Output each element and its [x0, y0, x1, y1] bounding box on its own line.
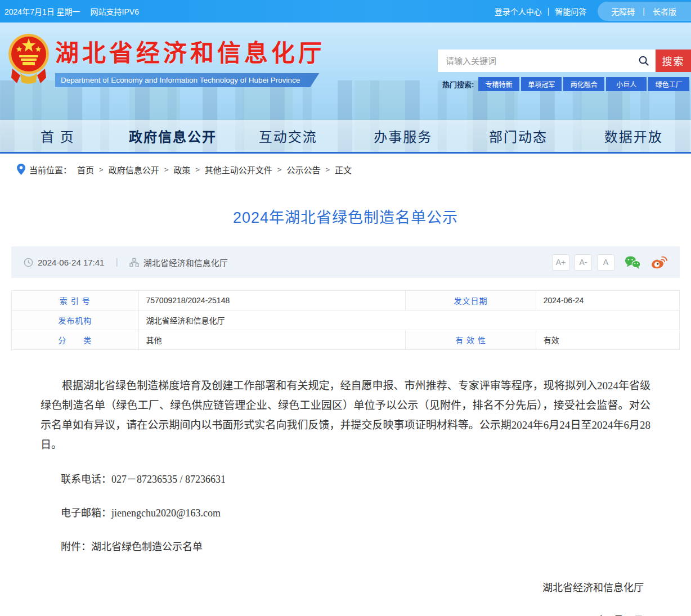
- table-row: 索 引 号 757009218/2024-25148 发文日期 2024-06-…: [12, 291, 680, 311]
- search-box: [438, 50, 656, 72]
- nav-item-services[interactable]: 办事服务: [346, 126, 461, 146]
- hot-word-lvsegongchang[interactable]: 绿色工厂: [648, 77, 689, 91]
- topbar-right: 登录个人中心 | 智能问答 无障碍 | 长者版: [495, 2, 691, 21]
- hot-word-danxiangguanjun[interactable]: 单项冠军: [521, 77, 562, 91]
- font-reset-button[interactable]: A: [597, 254, 614, 271]
- attachment-reference-line: 附件：湖北省绿色制造公示名单: [41, 538, 650, 556]
- font-increase-button[interactable]: A+: [552, 254, 569, 271]
- nav-item-home[interactable]: 首 页: [0, 126, 115, 146]
- signature-block: 湖北省经济和信息化厅 2024年6月24日: [41, 579, 650, 616]
- wechat-share-icon[interactable]: [624, 255, 641, 269]
- source-name: 湖北省经济和信息化厅: [143, 257, 228, 268]
- hot-search-label: 热门搜索:: [442, 79, 474, 89]
- crumb-separator: >: [325, 165, 330, 174]
- article-tools: A+ A- A: [552, 254, 667, 271]
- search-input[interactable]: [446, 56, 638, 66]
- issue-date-label: 发文日期: [406, 291, 536, 311]
- index-number-value: 757009218/2024-25148: [138, 291, 406, 311]
- meta-divider: |: [115, 257, 118, 268]
- crumb-separator: >: [195, 165, 200, 174]
- contact-phone-line: 联系电话：027－87236535 / 87236631: [41, 470, 650, 489]
- article-paragraph: 根据湖北省绿色制造梯度培育及创建工作部署和有关规定，经自愿申报、市州推荐、专家评…: [41, 376, 650, 455]
- main-nav: 首 页 政府信息公开 互动交流 办事服务 部门动态 数据开放: [0, 120, 691, 154]
- nav-item-department-news[interactable]: 部门动态: [461, 126, 576, 146]
- topbar: 2024年7月1日 星期一 网站支持IPV6 登录个人中心 | 智能问答 无障碍…: [0, 0, 691, 23]
- publisher-value: 湖北省经济和信息化厅: [138, 311, 679, 330]
- document-info-table: 索 引 号 757009218/2024-25148 发文日期 2024-06-…: [11, 290, 680, 350]
- font-decrease-button[interactable]: A-: [575, 254, 592, 271]
- search-button[interactable]: 搜索: [656, 50, 691, 72]
- hot-search-row: 热门搜索: 专精特新 单项冠军 两化融合 小巨人 绿色工厂: [438, 77, 691, 91]
- index-number-label: 索 引 号: [12, 291, 139, 311]
- crumb-home[interactable]: 首页: [77, 164, 94, 176]
- table-row: 分 类 其他 有 效 性 有效: [12, 330, 680, 350]
- source-org-icon: [129, 258, 139, 267]
- crumb-policy[interactable]: 政策: [173, 164, 190, 176]
- pill-divider: |: [643, 7, 645, 16]
- crumb-separator: >: [164, 165, 169, 174]
- elder-version-link[interactable]: 长者版: [653, 6, 676, 17]
- crumb-separator: >: [277, 165, 282, 174]
- nav-item-gov-info[interactable]: 政府信息公开: [115, 126, 231, 146]
- national-emblem-logo: [8, 29, 50, 86]
- category-value: 其他: [138, 330, 406, 350]
- location-pin-icon: [17, 164, 25, 175]
- crumb-gov-info[interactable]: 政府信息公开: [109, 164, 159, 176]
- search-area: 搜索 热门搜索: 专精特新 单项冠军 两化融合 小巨人 绿色工厂: [438, 50, 691, 91]
- publisher-label: 发布机构: [12, 311, 139, 330]
- nav-item-interaction[interactable]: 互动交流: [230, 126, 346, 146]
- topbar-left: 2024年7月1日 星期一 网站支持IPV6: [5, 6, 139, 17]
- hot-word-lianghuaronghe[interactable]: 两化融合: [563, 77, 604, 91]
- crumb-article[interactable]: 正文: [335, 164, 352, 176]
- accessibility-pill: 无障碍 | 长者版: [598, 2, 691, 21]
- table-row: 发布机构 湖北省经济和信息化厅: [12, 311, 680, 330]
- issue-date-value: 2024-06-24: [536, 291, 679, 311]
- smart-qa-link[interactable]: 智能问答: [555, 6, 586, 17]
- publish-datetime: 2024-06-24 17:41: [38, 258, 104, 267]
- hot-word-xiaojuren[interactable]: 小巨人: [606, 77, 647, 91]
- clock-icon: [24, 258, 33, 267]
- breadcrumb-label: 当前位置：: [29, 164, 71, 176]
- breadcrumb: 当前位置： 首页 > 政府信息公开 > 政策 > 其他主动公开文件 > 公示公告…: [0, 154, 691, 185]
- site-title: 湖北省经济和信息化厅: [55, 34, 325, 68]
- ipv6-support-label: 网站支持IPV6: [91, 6, 139, 17]
- brand-text: 湖北省经济和信息化厅 Department of Economy and Inf…: [55, 26, 325, 87]
- crumb-other-public-docs[interactable]: 其他主动公开文件: [205, 164, 272, 176]
- validity-label: 有 效 性: [406, 330, 536, 350]
- site-header: 湖北省经济和信息化厅 Department of Economy and Inf…: [0, 23, 691, 154]
- article-body: 根据湖北省绿色制造梯度培育及创建工作部署和有关规定，经自愿申报、市州推荐、专家评…: [0, 376, 691, 616]
- crumb-public-notice[interactable]: 公示公告: [286, 164, 320, 176]
- site-brand[interactable]: 湖北省经济和信息化厅 Department of Economy and Inf…: [8, 26, 325, 87]
- crumb-separator: >: [99, 165, 104, 174]
- hot-word-zhuanjingtexin[interactable]: 专精特新: [478, 77, 519, 91]
- accessibility-link[interactable]: 无障碍: [611, 6, 635, 17]
- search-icon[interactable]: [638, 55, 650, 67]
- nav-item-open-data[interactable]: 数据开放: [576, 126, 691, 146]
- article-meta-band: 2024-06-24 17:41 | 湖北省经济和信息化厅 A+ A- A: [11, 246, 680, 278]
- category-label: 分 类: [12, 330, 139, 350]
- signature-date: 2024年6月24日: [41, 611, 644, 616]
- signature-org: 湖北省经济和信息化厅: [41, 579, 644, 597]
- search-row: 搜索: [438, 50, 691, 72]
- login-personal-center-link[interactable]: 登录个人中心: [495, 6, 542, 17]
- topbar-divider: |: [548, 7, 550, 16]
- current-date: 2024年7月1日 星期一: [5, 6, 80, 17]
- weibo-share-icon[interactable]: [650, 255, 667, 269]
- article-title: 2024年湖北省绿色制造名单公示: [0, 205, 691, 227]
- validity-value: 有效: [536, 330, 679, 350]
- contact-email-line: 电子邮箱：jienengchu2020@163.com: [41, 504, 650, 523]
- site-subtitle-ribbon: Department of Economy and Information Te…: [55, 73, 319, 87]
